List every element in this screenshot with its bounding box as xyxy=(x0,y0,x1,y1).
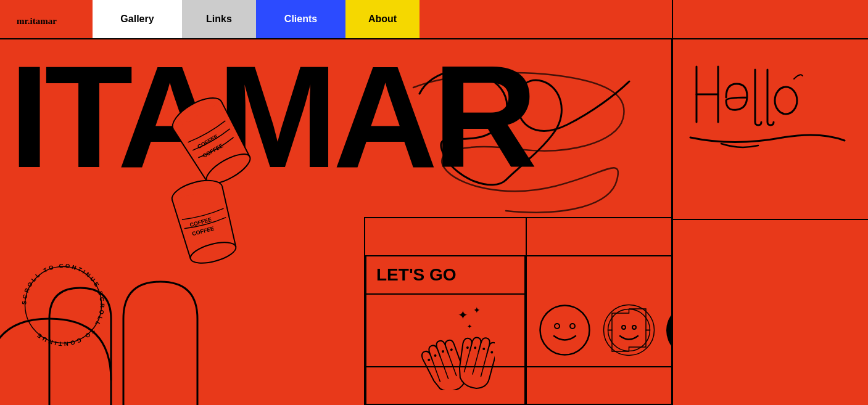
panel-divider xyxy=(671,38,672,405)
svg-text:mr.itamar: mr.itamar xyxy=(17,16,57,26)
svg-text:✦: ✦ xyxy=(467,323,472,330)
hands-illustration: ✦ ✦ ✦ xyxy=(366,295,524,399)
coffee-cups-illustration: COFFEE COFFEE COFFEE COFFEE xyxy=(142,75,278,272)
svg-point-22 xyxy=(540,306,590,355)
tab-clients[interactable]: Clients xyxy=(256,0,345,38)
svg-text:✦: ✦ xyxy=(473,305,481,315)
grid-line-bottom xyxy=(364,366,672,367)
navigation: mr.itamar Gallery Links Clients About xyxy=(0,0,868,38)
svg-point-23 xyxy=(555,324,560,329)
right-panel xyxy=(672,0,868,405)
scroll-circle-text: SCROLL TO CONTINUE SCROLL TO CONTINUE xyxy=(19,260,108,350)
smileys-section: 69 xyxy=(527,255,672,405)
hello-illustration xyxy=(684,42,857,178)
tab-links[interactable]: Links xyxy=(182,0,256,38)
svg-point-27 xyxy=(622,325,626,329)
smiley-2 xyxy=(601,303,656,358)
grid-line-vertical-2 xyxy=(364,217,365,405)
smiley-1 xyxy=(537,303,593,358)
grid-line-vertical-1 xyxy=(526,217,527,405)
svg-point-26 xyxy=(608,309,650,351)
grid-line-horizontal xyxy=(364,217,672,218)
svg-point-37 xyxy=(775,87,797,114)
nav-tabs: Gallery Links Clients About xyxy=(93,0,420,38)
svg-point-24 xyxy=(570,324,575,329)
svg-point-28 xyxy=(632,325,636,329)
tab-about[interactable]: About xyxy=(345,0,420,38)
lets-go-section[interactable]: LET'S GO ✦ ✦ ✦ xyxy=(365,255,526,405)
logo[interactable]: mr.itamar xyxy=(6,0,86,38)
main-area: ITAMAR COFFEE COFFEE xyxy=(0,38,672,405)
lets-go-label: LET'S GO xyxy=(366,256,524,295)
svg-text:✦: ✦ xyxy=(458,308,468,322)
right-panel-bottom xyxy=(673,220,868,405)
cursive-ar-decoration xyxy=(382,57,642,248)
nav-bottom-border xyxy=(0,38,868,39)
tab-gallery[interactable]: Gallery xyxy=(93,0,182,38)
svg-text:SCROLL TO CONTINUE SCROLL TO C: SCROLL TO CONTINUE SCROLL TO CONTINUE xyxy=(20,262,105,347)
